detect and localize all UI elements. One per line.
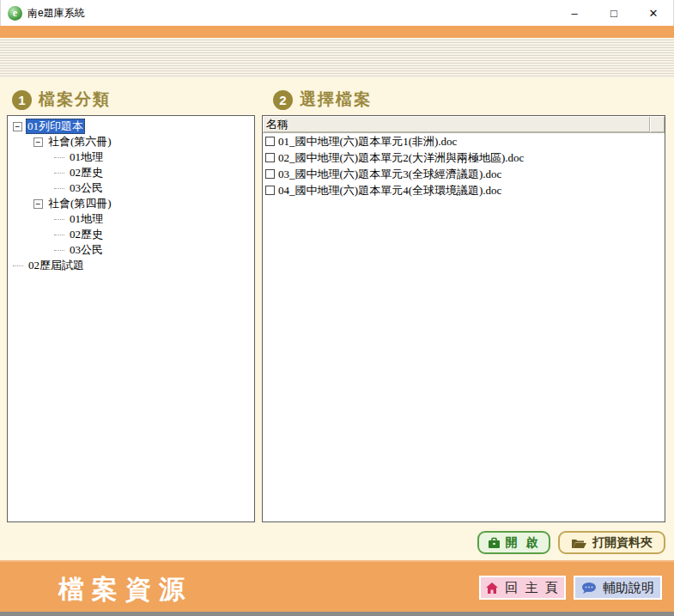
- file-checkbox[interactable]: [265, 153, 275, 162]
- tree-item[interactable]: 03公民: [8, 242, 254, 258]
- speech-bubble-icon: [581, 582, 597, 595]
- maximize-button[interactable]: □: [594, 0, 634, 26]
- tree-item[interactable]: 01地理: [8, 211, 254, 227]
- open-button[interactable]: 開 啟: [477, 531, 550, 554]
- tree-connector: [13, 265, 23, 266]
- number-1-icon: 1: [12, 90, 32, 110]
- file-list: 01_國中地理(六)題本單元1(非洲).doc02_國中地理(六)題本單元2(大…: [263, 133, 665, 198]
- file-name-label: 04_國中地理(六)題本單元4(全球環境議題).doc: [278, 183, 501, 198]
- file-list-row[interactable]: 04_國中地理(六)題本單元4(全球環境議題).doc: [263, 182, 665, 198]
- tree-item-label[interactable]: 社會(第四冊): [46, 196, 113, 211]
- tree-item-label[interactable]: 03公民: [68, 242, 105, 258]
- file-tree-panel: −01列印題本−社會(第六冊)01地理02歷史03公民−社會(第四冊)01地理0…: [7, 115, 255, 522]
- close-button[interactable]: ✕: [634, 0, 673, 26]
- section-title: 選擇檔案: [300, 88, 372, 111]
- help-button-label: 輔助說明: [603, 580, 654, 596]
- tree-item-label[interactable]: 02歷史: [68, 227, 105, 242]
- tree-item-label[interactable]: 02歷史: [68, 165, 105, 180]
- tree-item[interactable]: −社會(第六冊): [8, 134, 254, 149]
- file-list-row[interactable]: 02_國中地理(六)題本單元2(大洋洲與兩極地區).doc: [263, 149, 665, 166]
- file-name-label: 03_國中地理(六)題本單元3(全球經濟議題).doc: [278, 167, 501, 182]
- list-header-spacer: [650, 116, 665, 132]
- tree-item[interactable]: 02歷史: [8, 165, 254, 180]
- accent-strip: [0, 26, 674, 38]
- section-header-classify: 1 檔案分類: [12, 88, 111, 111]
- file-checkbox[interactable]: [265, 169, 275, 179]
- tree-expander-icon[interactable]: −: [33, 199, 43, 209]
- tree-connector: [54, 250, 64, 251]
- tree-connector: [54, 235, 64, 235]
- tree-item-label[interactable]: 01地理: [68, 149, 105, 165]
- list-header: 名稱: [263, 116, 665, 133]
- section-header-choose: 2 選擇檔案: [273, 88, 372, 111]
- tree-expander-icon[interactable]: −: [13, 122, 22, 131]
- open-button-label: 開 啟: [506, 535, 541, 551]
- tree-item[interactable]: 02歷史: [8, 227, 254, 242]
- footer-button-row: 回 主 頁 輔助說明: [479, 576, 662, 600]
- file-checkbox[interactable]: [265, 186, 275, 195]
- tree-connector: [54, 188, 64, 189]
- tree-item-label[interactable]: 02歷屆試題: [27, 258, 86, 273]
- title-bar: e 南e題庫系統 – □ ✕: [0, 0, 674, 26]
- minimize-button[interactable]: –: [555, 0, 594, 26]
- number-2-icon: 2: [273, 90, 293, 110]
- briefcase-icon: [488, 537, 501, 549]
- footer-title: 檔案資源: [58, 572, 192, 607]
- action-button-row: 開 啟 打開資料夾: [477, 531, 665, 554]
- tree-item[interactable]: −01列印題本: [8, 119, 254, 134]
- tree-item-label[interactable]: 社會(第六冊): [46, 134, 113, 149]
- tree-item[interactable]: 02歷屆試題: [8, 258, 254, 273]
- help-button[interactable]: 輔助說明: [574, 576, 662, 600]
- file-list-row[interactable]: 03_國中地理(六)題本單元3(全球經濟議題).doc: [263, 166, 665, 182]
- file-list-row[interactable]: 01_國中地理(六)題本單元1(非洲).doc: [263, 133, 665, 149]
- app-icon: e: [8, 6, 22, 21]
- tree-connector: [54, 173, 64, 174]
- window-title: 南e題庫系統: [27, 6, 85, 21]
- tree-connector: [54, 157, 64, 158]
- section-title: 檔案分類: [39, 88, 111, 111]
- tree-item[interactable]: 03公民: [8, 180, 254, 196]
- tree-connector: [54, 219, 64, 220]
- file-checkbox[interactable]: [265, 137, 275, 146]
- file-name-label: 02_國中地理(六)題本單元2(大洋洲與兩極地區).doc: [278, 150, 524, 166]
- home-button[interactable]: 回 主 頁: [479, 576, 566, 600]
- home-button-label: 回 主 頁: [505, 580, 559, 596]
- tree-expander-icon[interactable]: −: [33, 137, 43, 147]
- tree-item[interactable]: −社會(第四冊): [8, 196, 254, 211]
- home-icon: [485, 582, 499, 595]
- open-folder-button-label: 打開資料夾: [592, 535, 653, 551]
- open-folder-button[interactable]: 打開資料夾: [558, 531, 665, 554]
- file-tree: −01列印題本−社會(第六冊)01地理02歷史03公民−社會(第四冊)01地理0…: [8, 119, 254, 273]
- tree-item-label[interactable]: 01列印題本: [26, 119, 85, 134]
- file-list-panel: 名稱 01_國中地理(六)題本單元1(非洲).doc02_國中地理(六)題本單元…: [262, 115, 665, 522]
- striped-band: [0, 38, 674, 78]
- tree-item-label[interactable]: 01地理: [68, 211, 105, 227]
- footer-bar: 檔案資源 回 主 頁 輔助說明: [0, 560, 674, 612]
- file-name-label: 01_國中地理(六)題本單元1(非洲).doc: [278, 134, 457, 149]
- tree-item[interactable]: 01地理: [8, 149, 254, 165]
- tree-item-label[interactable]: 03公民: [68, 180, 105, 196]
- open-folder-icon: [571, 537, 587, 549]
- window-bottom-edge: [0, 612, 674, 616]
- name-column-header[interactable]: 名稱: [263, 116, 650, 132]
- window-controls: – □ ✕: [555, 0, 673, 26]
